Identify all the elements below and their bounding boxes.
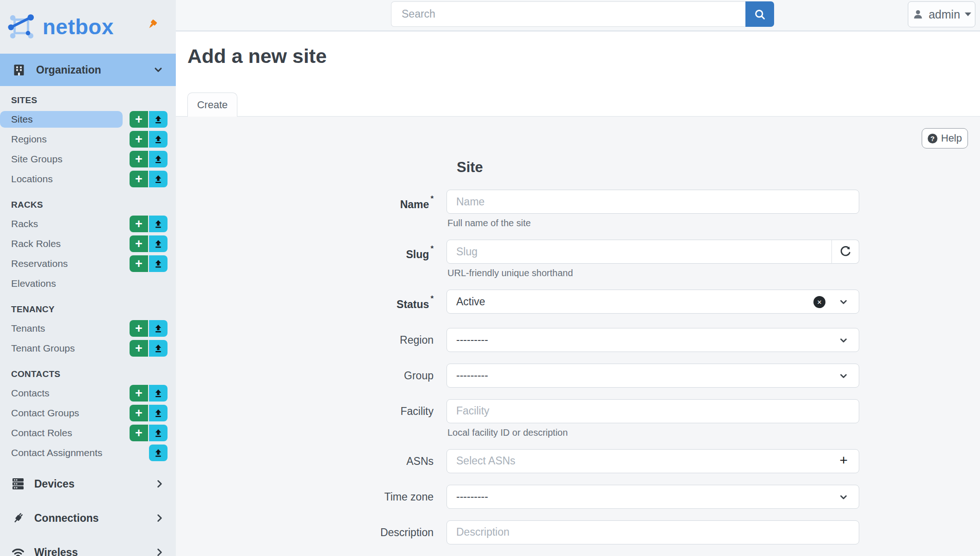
name-help-text: Full name of the site <box>447 218 859 228</box>
add-button[interactable]: + <box>130 320 148 337</box>
quick-actions: + <box>130 151 167 167</box>
sidebar-group-devices[interactable]: Devices <box>0 467 176 501</box>
sidebar-link-site-groups[interactable]: Site Groups <box>0 151 123 167</box>
quick-actions: + <box>130 255 167 272</box>
name-label: Name* <box>176 190 447 216</box>
help-label: Help <box>941 132 962 144</box>
import-button[interactable] <box>149 216 167 232</box>
search-bar <box>391 1 774 27</box>
sidebar-link-regions[interactable]: Regions <box>0 131 123 148</box>
field-row-time-zone: Time zone --------- <box>176 485 980 509</box>
sidebar-groups: Devices Connections Wireless <box>0 467 176 556</box>
import-button[interactable] <box>149 131 167 148</box>
field-row-region: Region --------- <box>176 328 980 352</box>
sidebar-link-locations[interactable]: Locations <box>0 171 123 187</box>
upload-icon <box>154 344 163 353</box>
import-button[interactable] <box>149 385 167 402</box>
sidebar-link-contact-roles[interactable]: Contact Roles <box>0 425 123 441</box>
time-zone-select[interactable]: --------- <box>447 485 859 509</box>
sidebar-group-connections[interactable]: Connections <box>0 501 176 535</box>
user-menu-button[interactable]: admin <box>908 1 975 27</box>
group-label: Organization <box>36 64 101 76</box>
tab-create[interactable]: Create <box>187 93 237 117</box>
add-button[interactable]: + <box>130 405 148 421</box>
import-button[interactable] <box>149 340 167 357</box>
building-icon <box>12 63 26 77</box>
field-row-asns: ASNs Select ASNs + <box>176 449 980 473</box>
sidebar-link-contact-assignments[interactable]: Contact Assignments <box>0 445 123 461</box>
add-button[interactable]: + <box>130 255 148 272</box>
add-button[interactable]: + <box>130 216 148 232</box>
required-marker: * <box>430 294 434 303</box>
add-button[interactable]: + <box>130 235 148 252</box>
import-button[interactable] <box>149 235 167 252</box>
import-button[interactable] <box>149 320 167 337</box>
netbox-logo[interactable]: netbox <box>7 12 114 41</box>
status-select[interactable]: Active ✕ <box>447 290 859 314</box>
sidebar-link-reservations[interactable]: Reservations <box>0 255 123 272</box>
add-icon: + <box>135 133 143 146</box>
sidebar-group-organization[interactable]: Organization <box>0 54 176 86</box>
description-field[interactable] <box>447 520 859 544</box>
pushpin-icon[interactable] <box>146 19 158 31</box>
import-button[interactable] <box>149 111 167 128</box>
sidebar-link-elevations[interactable]: Elevations <box>0 275 123 292</box>
facility-field[interactable] <box>447 399 859 423</box>
slug-field[interactable] <box>447 240 832 264</box>
required-marker: * <box>430 194 434 203</box>
upload-icon <box>154 135 163 144</box>
sidebar-link-tenant-groups[interactable]: Tenant Groups <box>0 340 123 357</box>
section-title-tenancy: TENANCY <box>0 295 176 320</box>
name-field[interactable] <box>447 190 859 214</box>
sidebar-link-rack-roles[interactable]: Rack Roles <box>0 235 123 252</box>
add-button[interactable]: + <box>130 131 148 148</box>
add-button[interactable]: + <box>130 425 148 441</box>
asns-multiselect[interactable]: Select ASNs + <box>447 449 859 473</box>
help-button[interactable]: ? Help <box>922 128 968 148</box>
add-button[interactable]: + <box>130 385 148 402</box>
question-icon: ? <box>928 134 937 143</box>
search-input[interactable] <box>391 1 745 27</box>
field-row-slug: Slug* URL-friendly unique shorthand <box>176 240 980 278</box>
sidebar-item-contact-roles: Contact Roles + <box>0 425 176 441</box>
sidebar-item-tenants: Tenants + <box>0 320 176 337</box>
status-value: Active <box>456 296 485 308</box>
import-button[interactable] <box>149 445 167 461</box>
facility-label: Facility <box>176 399 447 423</box>
field-row-description: Description <box>176 520 980 544</box>
region-select[interactable]: --------- <box>447 328 859 352</box>
upload-icon <box>154 154 163 164</box>
sidebar-link-tenants[interactable]: Tenants <box>0 320 123 337</box>
sidebar-group-wireless[interactable]: Wireless <box>0 535 176 556</box>
import-button[interactable] <box>149 405 167 421</box>
upload-icon <box>154 448 163 457</box>
import-button[interactable] <box>149 255 167 272</box>
regenerate-slug-button[interactable] <box>831 240 859 264</box>
add-button[interactable]: + <box>130 111 148 128</box>
sidebar-link-racks[interactable]: Racks <box>0 216 123 232</box>
clear-selection-icon[interactable]: ✕ <box>813 296 825 308</box>
sidebar-link-sites[interactable]: Sites <box>0 111 123 128</box>
import-button[interactable] <box>149 171 167 187</box>
chevron-right-icon <box>155 547 165 556</box>
description-label: Description <box>176 520 447 544</box>
topbar: admin <box>176 0 980 31</box>
add-asn-icon[interactable]: + <box>839 453 848 467</box>
upload-icon <box>154 428 163 438</box>
import-button[interactable] <box>149 151 167 167</box>
import-button[interactable] <box>149 425 167 441</box>
search-button[interactable] <box>745 1 774 27</box>
sidebar-link-contacts[interactable]: Contacts <box>0 385 123 402</box>
group-select[interactable]: --------- <box>447 364 859 388</box>
add-button[interactable]: + <box>130 171 148 187</box>
add-icon: + <box>135 407 143 420</box>
add-button[interactable]: + <box>130 340 148 357</box>
sidebar-link-contact-groups[interactable]: Contact Groups <box>0 405 123 421</box>
quick-actions: + <box>130 216 167 232</box>
quick-actions: + <box>130 405 167 421</box>
form-panel: ? Help Site Name* Full name of the site … <box>176 116 980 556</box>
add-icon: + <box>135 342 143 355</box>
add-button[interactable]: + <box>130 151 148 167</box>
app-window: netbox Organization SITES Sites + <box>0 0 980 556</box>
field-row-name: Name* Full name of the site <box>176 190 980 228</box>
